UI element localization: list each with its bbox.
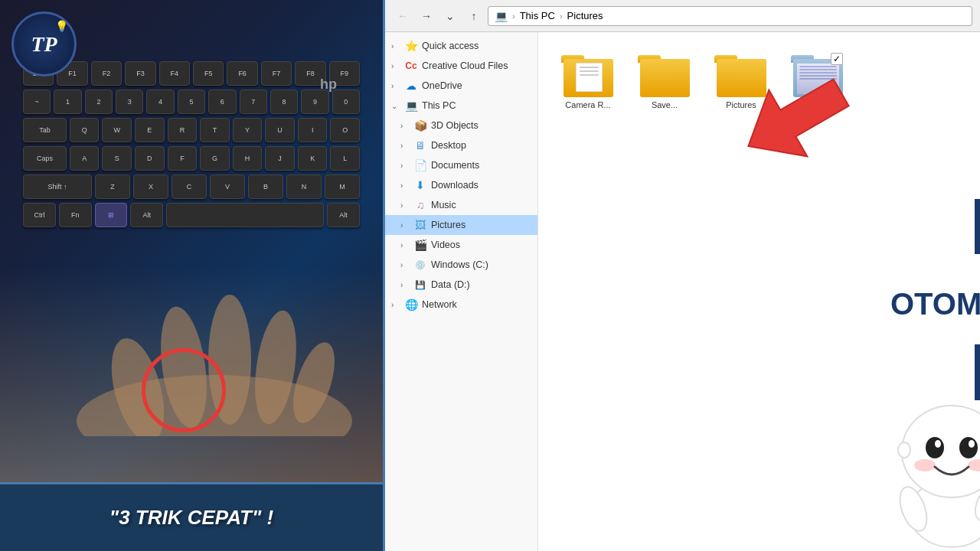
key-g: G	[200, 146, 230, 171]
svg-point-21	[898, 442, 910, 458]
hp-logo: hp	[320, 77, 337, 93]
sidebar-item-downloads[interactable]: › ⬇ Downloads	[385, 175, 537, 195]
sidebar-item-creative-cloud[interactable]: › Cc Creative Cloud Files	[385, 56, 537, 76]
overlay-panel-otomatis: OTOMATIS LANGSUNG	[875, 276, 980, 333]
key-a: A	[70, 146, 100, 171]
key-6: 6	[208, 90, 236, 114]
key-tab: Tab	[23, 118, 67, 142]
sidebar-item-3d-objects[interactable]: › 📦 3D Objects	[385, 116, 537, 135]
desktop-icon: 🖥	[413, 139, 427, 152]
key-5: 5	[178, 90, 205, 114]
svg-point-13	[969, 440, 975, 448]
arrow-group	[737, 70, 861, 179]
folder-camera-roll[interactable]: Camera R...	[557, 51, 619, 109]
cartoon-svg: ♥ ♥	[875, 367, 980, 551]
sidebar-label-creative-cloud: Creative Cloud Files	[422, 60, 531, 71]
sidebar-item-pictures[interactable]: › 🖼 Pictures	[385, 215, 537, 235]
logo-bulb-icon: 💡	[55, 20, 68, 32]
folder-checkbox[interactable]: ✓	[831, 53, 843, 65]
key-f2: F2	[91, 61, 122, 86]
svg-point-10	[926, 437, 944, 458]
key-z: Z	[95, 174, 130, 199]
key-h: H	[233, 146, 263, 171]
chevron-icon: ›	[400, 201, 410, 210]
red-circle-highlight	[142, 348, 226, 432]
key-i: I	[298, 118, 328, 142]
keyboard-row-5: Shift ↑ Z X C V B N M	[23, 174, 360, 199]
address-pictures[interactable]: Pictures	[567, 10, 603, 21]
sidebar-label-this-pc: This PC	[422, 100, 531, 111]
red-arrow-container	[737, 70, 875, 211]
sidebar-label-videos: Videos	[431, 240, 531, 250]
network-icon: 🌐	[404, 298, 418, 311]
key-2: 2	[85, 90, 113, 114]
sidebar-item-documents[interactable]: › 📄 Documents	[385, 155, 537, 175]
up-button[interactable]: ↑	[464, 6, 484, 26]
chevron-icon: ›	[391, 82, 400, 90]
keyboard-row-1: Esc F1 F2 F3 F4 F5 F6 F7 F8 F9	[23, 61, 360, 86]
paper-line	[580, 70, 599, 72]
key-shift-left: Shift ↑	[23, 174, 92, 199]
address-this-pc[interactable]: This PC	[520, 10, 555, 21]
key-d: D	[135, 146, 165, 171]
bottom-banner-text: "3 TRIK CEPAT" !	[109, 506, 273, 530]
key-space	[166, 203, 324, 227]
dropdown-button[interactable]: ⌄	[440, 6, 460, 26]
chevron-icon: ›	[400, 241, 410, 249]
sidebar-item-windows-c[interactable]: › 💿 Windows (C:)	[385, 255, 537, 275]
sidebar-label-downloads: Downloads	[431, 180, 531, 191]
sidebar-item-network[interactable]: › 🌐 Network	[385, 295, 537, 315]
keyboard-row-3: Tab Q W E R T Y U I O	[23, 118, 360, 142]
key-ctrl: Ctrl	[23, 203, 56, 227]
svg-marker-7	[737, 70, 861, 179]
address-separator-1: ›	[512, 11, 515, 21]
downloads-icon: ⬇	[413, 178, 427, 192]
sidebar-item-this-pc[interactable]: ⌄ 💻 This PC	[385, 96, 537, 116]
logo-text: TP	[31, 32, 57, 57]
left-panel: Esc F1 F2 F3 F4 F5 F6 F7 F8 F9 ~ 1 2 3	[0, 0, 383, 551]
red-arrow-svg	[737, 70, 875, 208]
sidebar-item-quick-access[interactable]: › ⭐ Quick access	[385, 36, 537, 56]
folder-shape	[564, 59, 613, 97]
sidebar-item-music[interactable]: › ♫ Music	[385, 195, 537, 215]
onedrive-icon: ☁	[404, 79, 418, 93]
main-container: Esc F1 F2 F3 F4 F5 F6 F7 F8 F9 ~ 1 2 3	[0, 0, 980, 551]
key-f7: F7	[261, 61, 292, 86]
forward-button[interactable]: →	[416, 6, 436, 26]
chevron-down-icon: ⌄	[391, 102, 400, 110]
address-bar[interactable]: 💻 › This PC › Pictures	[488, 6, 972, 26]
key-w: W	[102, 118, 132, 142]
key-caps: Caps	[23, 146, 67, 171]
sidebar-item-videos[interactable]: › 🎬 Videos	[385, 235, 537, 255]
this-pc-icon: 💻	[404, 99, 418, 112]
key-v: V	[210, 174, 245, 199]
sidebar-label-desktop: Desktop	[431, 140, 531, 151]
chevron-icon: ›	[400, 161, 410, 170]
sidebar-label-3d-objects: 3D Objects	[431, 120, 531, 131]
key-8: 8	[270, 90, 298, 114]
cartoon-character: ♥ ♥	[875, 367, 980, 551]
pictures-icon: 🖼	[413, 218, 427, 232]
folder-saved-pictures[interactable]: Save...	[634, 51, 695, 109]
key-j: J	[265, 146, 295, 171]
sidebar-item-data-d[interactable]: › 💾 Data (D:)	[385, 275, 537, 295]
chevron-icon: ›	[400, 122, 410, 130]
sidebar-item-onedrive[interactable]: › ☁ OneDrive	[385, 76, 537, 96]
svg-point-12	[935, 440, 941, 448]
bottom-banner: "3 TRIK CEPAT" !	[0, 482, 383, 551]
chevron-icon: ›	[391, 301, 400, 309]
svg-point-14	[914, 459, 936, 471]
key-tilde: ~	[23, 90, 51, 114]
sidebar-label-network: Network	[422, 299, 531, 310]
back-button[interactable]: ←	[393, 6, 413, 26]
address-separator-2: ›	[560, 11, 563, 21]
sidebar-label-documents: Documents	[431, 160, 531, 171]
sidebar-label-data-d: Data (D:)	[431, 279, 531, 290]
key-4: 4	[146, 90, 174, 114]
key-f5: F5	[193, 61, 224, 86]
keyboard-background: Esc F1 F2 F3 F4 F5 F6 F7 F8 F9 ~ 1 2 3	[0, 0, 383, 551]
folder-icon-camera-roll	[561, 51, 615, 97]
documents-icon: 📄	[413, 158, 427, 172]
keyboard-row-2: ~ 1 2 3 4 5 6 7 8 9 0	[23, 90, 360, 114]
sidebar-item-desktop[interactable]: › 🖥 Desktop	[385, 135, 537, 155]
